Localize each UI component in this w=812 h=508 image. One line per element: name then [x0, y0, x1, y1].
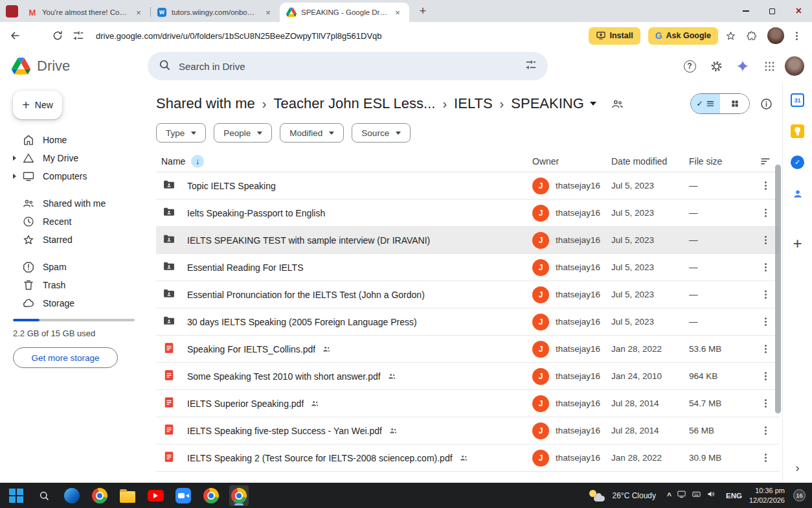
sidebar-item-starred[interactable]: Starred — [0, 231, 148, 249]
apps-grid-icon[interactable] — [758, 55, 780, 77]
vertical-scrollbar[interactable] — [775, 165, 781, 413]
hidden-icons-chevron[interactable]: ^ — [667, 491, 671, 500]
tasks-icon[interactable]: ✓ — [791, 156, 804, 169]
touch-keyboard-icon[interactable] — [692, 489, 701, 502]
sidebar-item-storage[interactable]: Storage — [0, 294, 148, 312]
browser-profile-avatar[interactable] — [767, 27, 784, 44]
expand-chevron-icon[interactable] — [13, 174, 22, 179]
settings-gear-icon[interactable] — [705, 55, 727, 77]
taskbar-app-chrome-active[interactable] — [229, 485, 249, 506]
file-row[interactable]: IELTS Speaking 2 (Test Source for IELTS-… — [156, 444, 780, 472]
column-size[interactable]: File size — [689, 156, 751, 167]
grid-view-button[interactable] — [720, 94, 749, 113]
breadcrumb-item-shared-with-me[interactable]: Shared with me — [156, 95, 255, 112]
breadcrumb-item-ielts[interactable]: IELTS — [454, 95, 493, 112]
filter-chip-source[interactable]: Source — [352, 123, 411, 143]
site-info-icon[interactable] — [70, 27, 87, 44]
contacts-icon[interactable] — [791, 187, 804, 200]
install-button[interactable]: Install — [589, 27, 640, 45]
taskbar-app-zoom[interactable] — [174, 485, 193, 506]
row-menu-icon[interactable] — [765, 212, 767, 214]
url-bar[interactable]: drive.google.com/drive/u/0/folders/1bScU… — [96, 31, 581, 41]
taskbar-app-chrome[interactable] — [201, 485, 221, 506]
row-menu-icon[interactable] — [765, 430, 767, 432]
gemini-sparkle-icon[interactable] — [732, 55, 754, 77]
new-tab-button[interactable]: + — [414, 3, 431, 19]
expand-chevron-icon[interactable] — [13, 156, 22, 161]
extensions-icon[interactable] — [743, 27, 760, 44]
details-icon[interactable] — [760, 97, 773, 111]
row-menu-icon[interactable] — [765, 185, 767, 187]
bookmark-star-icon[interactable] — [722, 27, 739, 44]
file-row[interactable]: Ielts Speaking-Passport to EnglishJthats… — [156, 200, 780, 227]
taskbar-app-chrome[interactable] — [90, 485, 109, 506]
file-row[interactable]: IELTS SPEAKING TEST with sample intervie… — [156, 227, 780, 254]
filter-chip-people[interactable]: People — [214, 123, 272, 143]
search-bar[interactable] — [148, 52, 548, 80]
row-menu-icon[interactable] — [765, 402, 767, 404]
sidebar-item-home[interactable]: Home — [0, 131, 148, 149]
sort-descending-icon[interactable]: ↓ — [191, 155, 204, 168]
back-icon[interactable] — [6, 27, 23, 44]
list-view-button[interactable]: ✓ — [691, 94, 720, 113]
file-row[interactable]: IELTS Speaking five-step Success - Yan W… — [156, 417, 780, 444]
account-avatar[interactable] — [785, 56, 804, 76]
column-modified[interactable]: Date modified — [611, 156, 689, 167]
filter-chip-modified[interactable]: Modified — [280, 123, 344, 143]
row-menu-icon[interactable] — [765, 239, 767, 241]
breadcrumb-item-teacher-john-esl-less[interactable]: Teacher John ESL Less... — [274, 95, 436, 112]
taskbar-app-edge[interactable] — [62, 485, 82, 506]
keep-icon[interactable] — [791, 124, 804, 138]
maximize-button[interactable] — [759, 0, 785, 22]
tab-close-icon[interactable]: × — [392, 7, 403, 17]
new-button[interactable]: + New — [13, 91, 62, 119]
file-row[interactable]: Essential Reading For IELTSJthatsejay16J… — [156, 254, 780, 281]
row-menu-icon[interactable] — [765, 294, 767, 295]
file-row[interactable]: Essential Pronunciation for the IELTS Te… — [156, 281, 780, 308]
weather-text[interactable]: 26°C Cloudy — [612, 491, 656, 500]
taskbar-search-icon[interactable] — [34, 485, 54, 506]
file-row[interactable]: Topic IELTS SpeakingJthatsejay16Jul 5, 2… — [156, 172, 780, 200]
browser-tab[interactable]: SPEAKING - Google Drive × — [280, 3, 409, 22]
help-icon[interactable]: ? — [679, 55, 701, 77]
browser-tab[interactable]: M You're almost there! Complete × — [21, 3, 150, 22]
reload-icon[interactable] — [49, 27, 66, 44]
collapse-panel-icon[interactable]: › — [796, 461, 800, 475]
sidebar-item-spam[interactable]: Spam — [0, 258, 148, 276]
sidebar-item-shared-with-me[interactable]: Shared with me — [0, 194, 148, 213]
row-menu-icon[interactable] — [765, 348, 767, 350]
file-row[interactable]: IELTS Superior Speaking.pdfJthatsejay16J… — [156, 390, 780, 417]
sidebar-item-computers[interactable]: Computers — [0, 167, 148, 185]
row-menu-icon[interactable] — [765, 457, 767, 459]
taskbar-app-youtube[interactable] — [146, 485, 165, 506]
get-more-storage-button[interactable]: Get more storage — [13, 347, 118, 368]
file-row[interactable]: Some Speaking Test 2010 with short answe… — [156, 363, 780, 390]
ask-google-button[interactable]: G Ask Google — [648, 27, 718, 45]
close-button[interactable]: × — [785, 0, 812, 22]
clock[interactable]: 10:36 pm 12/02/2026 — [749, 486, 785, 505]
sidebar-item-recent[interactable]: Recent — [0, 213, 148, 231]
breadcrumb-current[interactable]: SPEAKING — [511, 95, 596, 112]
column-name[interactable]: Name ↓ — [156, 155, 532, 168]
sidebar-item-trash[interactable]: Trash — [0, 276, 148, 294]
filter-chip-type[interactable]: Type — [156, 123, 206, 143]
minimize-button[interactable] — [732, 0, 759, 22]
add-addon-icon[interactable]: + — [793, 236, 802, 251]
volume-icon[interactable] — [706, 489, 716, 502]
file-row[interactable]: 30 days IELTS Speaking (2005 Foreign Lan… — [156, 308, 780, 336]
file-row[interactable]: Speaking For IELTS_Collins.pdfJthatsejay… — [156, 336, 780, 363]
cast-icon[interactable] — [677, 489, 686, 502]
language-indicator[interactable]: ENG — [726, 492, 742, 500]
search-input[interactable] — [179, 61, 517, 72]
row-menu-icon[interactable] — [765, 375, 767, 377]
sidebar-item-my-drive[interactable]: My Drive — [0, 149, 148, 167]
search-options-icon[interactable] — [524, 58, 537, 74]
tab-close-icon[interactable]: × — [263, 7, 273, 17]
row-menu-icon[interactable] — [765, 321, 767, 323]
drive-logo-area[interactable]: Drive — [0, 58, 148, 75]
row-menu-icon[interactable] — [765, 266, 767, 268]
share-members-icon[interactable] — [611, 97, 624, 111]
column-owner[interactable]: Owner — [532, 156, 611, 167]
tab-close-icon[interactable]: × — [133, 7, 144, 17]
browser-menu-icon[interactable] — [796, 35, 798, 37]
